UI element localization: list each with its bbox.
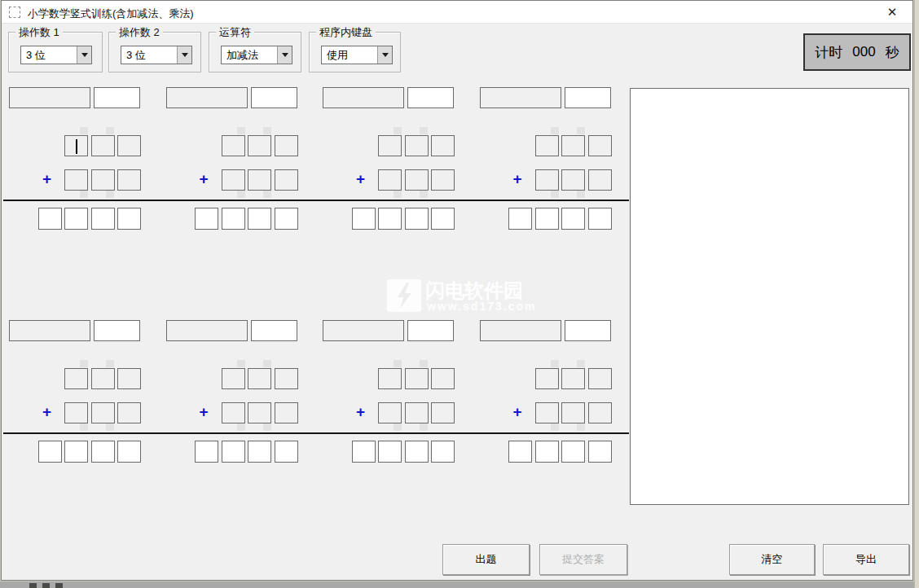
operand1-digit-input[interactable] bbox=[275, 368, 298, 389]
borrow-box[interactable] bbox=[577, 191, 585, 198]
problem-header-input[interactable] bbox=[251, 320, 297, 341]
operand1-digits-select[interactable]: 3 位 bbox=[20, 46, 92, 64]
operand2-digit-input[interactable] bbox=[431, 402, 455, 423]
answer-digit-input[interactable] bbox=[561, 208, 585, 230]
generate-problems-button[interactable]: 出题 bbox=[442, 544, 530, 575]
answer-digit-input[interactable] bbox=[195, 208, 218, 230]
chevron-down-icon[interactable] bbox=[377, 46, 392, 64]
answer-digit-input[interactable] bbox=[431, 441, 455, 463]
operand1-digit-input[interactable] bbox=[222, 368, 245, 389]
problem-header-input[interactable] bbox=[565, 87, 611, 108]
carry-box[interactable] bbox=[237, 127, 245, 134]
operand2-digit-input[interactable] bbox=[117, 169, 141, 191]
borrow-box[interactable] bbox=[394, 423, 402, 431]
operand2-digit-input[interactable] bbox=[588, 402, 612, 423]
carry-box[interactable] bbox=[237, 360, 245, 367]
keyboard-select[interactable]: 使用 bbox=[321, 46, 393, 64]
operand1-digit-input[interactable] bbox=[561, 135, 585, 156]
carry-box[interactable] bbox=[577, 360, 585, 367]
borrow-box[interactable] bbox=[394, 191, 402, 198]
answer-digit-input[interactable] bbox=[91, 208, 115, 230]
carry-box[interactable] bbox=[80, 360, 88, 367]
answer-digit-input[interactable] bbox=[275, 208, 298, 230]
operand1-digit-input[interactable] bbox=[248, 135, 271, 156]
answer-digit-input[interactable] bbox=[352, 208, 376, 230]
export-button[interactable]: 导出 bbox=[823, 544, 909, 575]
operand2-digit-input[interactable] bbox=[431, 169, 455, 191]
answer-digit-input[interactable] bbox=[117, 208, 141, 230]
answer-digit-input[interactable] bbox=[91, 441, 115, 463]
operand1-digit-input[interactable] bbox=[117, 368, 141, 389]
operand2-digit-input[interactable] bbox=[275, 169, 298, 191]
operand2-digit-input[interactable] bbox=[64, 169, 88, 191]
answer-digit-input[interactable] bbox=[378, 441, 402, 463]
operand2-digit-input[interactable] bbox=[561, 402, 585, 423]
carry-box[interactable] bbox=[394, 127, 402, 134]
carry-box[interactable] bbox=[106, 127, 114, 134]
operand2-digit-input[interactable] bbox=[91, 402, 115, 423]
problem-header-input[interactable] bbox=[251, 87, 297, 108]
operand1-digit-input[interactable] bbox=[117, 135, 141, 156]
operand2-digit-input[interactable] bbox=[248, 169, 271, 191]
answer-digit-input[interactable] bbox=[508, 441, 532, 463]
answer-digit-input[interactable] bbox=[38, 208, 62, 230]
operand1-digit-input[interactable] bbox=[535, 368, 559, 389]
operand1-digit-input[interactable] bbox=[91, 368, 115, 389]
answer-digit-input[interactable] bbox=[588, 441, 612, 463]
carry-box[interactable] bbox=[420, 360, 428, 367]
operand1-digit-input[interactable] bbox=[431, 135, 455, 156]
borrow-box[interactable] bbox=[263, 423, 271, 431]
borrow-box[interactable] bbox=[577, 423, 585, 431]
answer-digit-input[interactable] bbox=[248, 441, 271, 463]
operand1-digit-input[interactable] bbox=[91, 135, 115, 156]
operand2-digit-input[interactable] bbox=[561, 169, 585, 191]
close-icon[interactable]: ✕ bbox=[878, 1, 906, 23]
clear-button[interactable]: 清空 bbox=[729, 544, 815, 575]
carry-box[interactable] bbox=[551, 127, 559, 134]
chevron-down-icon[interactable] bbox=[277, 46, 292, 64]
operand2-digit-input[interactable] bbox=[378, 169, 402, 191]
answer-digit-input[interactable] bbox=[535, 208, 559, 230]
carry-box[interactable] bbox=[577, 127, 585, 134]
operand1-digit-input[interactable] bbox=[405, 368, 429, 389]
carry-box[interactable] bbox=[551, 360, 559, 367]
answer-digit-input[interactable] bbox=[117, 441, 141, 463]
borrow-box[interactable] bbox=[237, 191, 245, 198]
operand1-digit-input[interactable] bbox=[64, 135, 88, 156]
operand1-digit-input[interactable] bbox=[535, 135, 559, 156]
answer-digit-input[interactable] bbox=[561, 441, 585, 463]
operand2-digit-input[interactable] bbox=[275, 402, 298, 423]
answer-digit-input[interactable] bbox=[64, 208, 88, 230]
problem-header-input[interactable] bbox=[94, 87, 140, 108]
borrow-box[interactable] bbox=[551, 423, 559, 431]
chevron-down-icon[interactable] bbox=[177, 46, 191, 64]
borrow-box[interactable] bbox=[420, 423, 428, 431]
borrow-box[interactable] bbox=[80, 191, 88, 198]
operand1-digit-input[interactable] bbox=[405, 135, 429, 156]
carry-box[interactable] bbox=[80, 127, 88, 134]
answer-digit-input[interactable] bbox=[222, 208, 245, 230]
operand1-digit-input[interactable] bbox=[64, 368, 88, 389]
operand2-digit-input[interactable] bbox=[378, 402, 402, 423]
operand1-digit-input[interactable] bbox=[431, 368, 455, 389]
answer-digit-input[interactable] bbox=[405, 441, 429, 463]
problem-header-input[interactable] bbox=[407, 87, 454, 108]
answer-digit-input[interactable] bbox=[275, 441, 298, 463]
operand1-digit-input[interactable] bbox=[248, 368, 271, 389]
answer-digit-input[interactable] bbox=[64, 441, 88, 463]
submit-answers-button[interactable]: 提交答案 bbox=[539, 544, 627, 575]
borrow-box[interactable] bbox=[106, 191, 114, 198]
operand2-digit-input[interactable] bbox=[91, 169, 115, 191]
operand1-digit-input[interactable] bbox=[588, 135, 612, 156]
problem-header-input[interactable] bbox=[94, 320, 140, 341]
borrow-box[interactable] bbox=[420, 191, 428, 198]
operand2-digit-input[interactable] bbox=[588, 169, 612, 191]
operand2-digit-input[interactable] bbox=[64, 402, 88, 423]
answer-digit-input[interactable] bbox=[222, 441, 245, 463]
answer-digit-input[interactable] bbox=[535, 441, 559, 463]
answer-digit-input[interactable] bbox=[248, 208, 271, 230]
operand2-digit-input[interactable] bbox=[222, 169, 245, 191]
carry-box[interactable] bbox=[394, 360, 402, 367]
borrow-box[interactable] bbox=[80, 423, 88, 431]
answer-digit-input[interactable] bbox=[431, 208, 455, 230]
